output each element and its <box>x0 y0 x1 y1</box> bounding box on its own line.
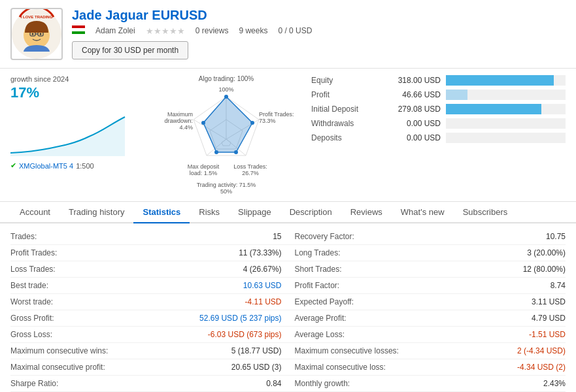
equity-row: Equity 318.00 USD <box>311 75 566 86</box>
data-value: 12 (80.00%) <box>523 265 566 274</box>
svg-point-21 <box>224 95 228 99</box>
data-label: Gross Profit: <box>10 314 54 323</box>
data-label: Trades: <box>10 232 37 241</box>
tabs: AccountTrading historyStatisticsRisksSli… <box>0 202 576 223</box>
profit-value: 46.66 USD <box>382 90 441 99</box>
data-label: Best trade: <box>10 281 48 290</box>
svg-point-25 <box>201 121 205 125</box>
copy-button[interactable]: Copy for 30 USD per month <box>72 41 188 59</box>
avatar: I LOVE TRADING <box>10 8 63 60</box>
profit-row: Profit 46.66 USD <box>311 90 566 100</box>
data-value: -4.11 USD <box>245 297 281 306</box>
table-row: Loss Trades:4 (26.67%)Short Trades:12 (8… <box>10 261 566 278</box>
data-label: Average Profit: <box>295 314 347 323</box>
data-value: 10.63 USD <box>243 281 282 290</box>
equity-bar-wrap <box>446 75 566 86</box>
broker-name: XMGlobal-MT5 4 <box>19 162 73 170</box>
check-icon: ✔ <box>10 161 16 170</box>
data-col-right: Profit Factor:8.74 <box>295 281 566 290</box>
data-value: -1.51 USD <box>529 330 566 339</box>
withdrawals-row: Withdrawals 0.00 USD <box>311 118 566 129</box>
equity-bar <box>446 75 554 86</box>
data-col-right: Expected Payoff:3.11 USD <box>295 297 566 306</box>
broker-info: ✔ XMGlobal-MT5 4 1:500 <box>10 161 141 170</box>
data-col-right: Average Loss:-1.51 USD <box>295 330 566 339</box>
data-value: 5 (18.77 USD) <box>231 346 282 355</box>
tab-what's-new[interactable]: What's new <box>392 202 454 223</box>
svg-text:26.7%: 26.7% <box>242 170 259 176</box>
svg-text:4.4%: 4.4% <box>179 124 193 131</box>
data-value: 3.11 USD <box>532 297 566 306</box>
data-col-left: Maximum consecutive wins:5 (18.77 USD) <box>10 346 295 355</box>
withdrawals-value: 0.00 USD <box>382 119 441 128</box>
data-value: 8.74 <box>551 281 566 290</box>
data-value: -6.03 USD (673 pips) <box>208 330 282 339</box>
data-label: Profit Trades: <box>10 248 57 257</box>
leverage: 1:500 <box>76 162 94 170</box>
svg-text:Max deposit: Max deposit <box>188 163 220 170</box>
table-row: Maximal consecutive profit:20.65 USD (3)… <box>10 359 566 376</box>
svg-text:drawdown:: drawdown: <box>164 118 193 124</box>
tab-trading-history[interactable]: Trading history <box>59 202 134 223</box>
tab-statistics[interactable]: Statistics <box>133 202 190 223</box>
review-count: 0 reviews <box>195 26 229 35</box>
deposit-bar-wrap <box>446 104 566 114</box>
svg-rect-8 <box>72 25 85 28</box>
tab-account[interactable]: Account <box>10 202 59 223</box>
svg-text:Loss Trades:: Loss Trades: <box>233 163 267 170</box>
meta-row: Adam Zolei ★★★★★ 0 reviews 9 weeks 0 / 0… <box>72 25 566 36</box>
table-row: Gross Profit:52.69 USD (5 237 pips)Avera… <box>10 310 566 327</box>
data-label: Gross Loss: <box>10 330 52 339</box>
stats-panel: Equity 318.00 USD Profit 46.66 USD Initi… <box>311 75 566 143</box>
svg-point-6 <box>32 33 34 35</box>
data-table: Trades:15Recovery Factor:10.75Profit Tra… <box>0 223 576 392</box>
table-row: Profit Trades:11 (73.33%)Long Trades:3 (… <box>10 245 566 261</box>
data-label: Profit Factor: <box>295 281 340 290</box>
data-label: Short Trades: <box>295 265 342 274</box>
tab-subscribers[interactable]: Subscribers <box>454 202 517 223</box>
data-value: 3 (20.00%) <box>527 248 566 257</box>
data-col-left: Worst trade:-4.11 USD <box>10 297 295 306</box>
profit-label: Profit <box>311 90 377 99</box>
data-value: -4.34 USD (2) <box>517 363 566 372</box>
tab-slippage[interactable]: Slippage <box>229 202 280 223</box>
svg-point-7 <box>40 33 42 35</box>
data-label: Maximal consecutive loss: <box>295 363 386 372</box>
data-col-right: Recovery Factor:10.75 <box>295 232 566 241</box>
deposit-bar <box>446 104 541 114</box>
profit-bar-wrap <box>446 90 566 100</box>
data-col-right: Long Trades:3 (20.00%) <box>295 248 566 257</box>
deposits-bar-wrap <box>446 133 566 143</box>
data-col-left: Profit Trades:11 (73.33%) <box>10 248 295 257</box>
svg-text:Profit Trades:: Profit Trades: <box>259 111 294 118</box>
data-col-right: Short Trades:12 (80.00%) <box>295 265 566 274</box>
svg-text:50%: 50% <box>220 188 232 195</box>
deposit-row: Initial Deposit 279.08 USD <box>311 104 566 114</box>
svg-point-23 <box>234 150 238 154</box>
radar-chart: 100% Maximum drawdown: 4.4% <box>151 84 301 195</box>
header-section: I LOVE TRADING Jade Jaguar EURUSD Adam Z… <box>0 0 576 69</box>
data-label: Recovery Factor: <box>295 232 354 241</box>
svg-point-22 <box>250 121 254 125</box>
profit-bar <box>446 90 467 100</box>
star-rating: ★★★★★ <box>146 26 185 36</box>
deposits-row: Deposits 0.00 USD <box>311 133 566 143</box>
growth-label: growth since 2024 <box>10 75 141 83</box>
withdrawals-bar-wrap <box>446 118 566 129</box>
week-count: 9 weeks <box>239 26 267 35</box>
data-col-left: Maximal consecutive profit:20.65 USD (3) <box>10 363 295 372</box>
svg-point-24 <box>214 150 218 154</box>
withdrawals-label: Withdrawals <box>311 119 377 128</box>
svg-text:load: 1.5%: load: 1.5% <box>190 170 218 176</box>
data-value: 15 <box>273 232 281 241</box>
data-value: 0.84 <box>266 379 281 388</box>
algo-label: Algo trading: 100% <box>199 75 254 82</box>
deposits-label: Deposits <box>311 133 377 142</box>
data-value: 52.69 USD (5 237 pips) <box>199 314 281 323</box>
tab-description[interactable]: Description <box>280 202 341 223</box>
header-info: Jade Jaguar EURUSD Adam Zolei ★★★★★ 0 re… <box>72 8 566 59</box>
usd-ratio: 0 / 0 USD <box>278 26 312 35</box>
tab-reviews[interactable]: Reviews <box>341 202 392 223</box>
svg-text:100%: 100% <box>218 86 233 93</box>
tab-risks[interactable]: Risks <box>190 202 229 223</box>
